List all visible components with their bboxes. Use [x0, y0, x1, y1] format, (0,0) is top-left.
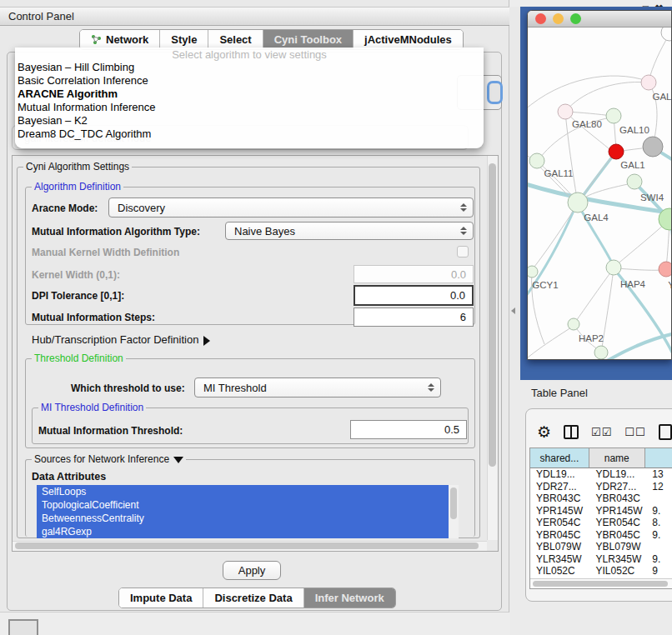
kernel-width-value: 0.0 [451, 268, 466, 281]
bottom-tab-bar: Impute DataDiscretize DataInfer Network [118, 588, 396, 608]
gear-icon[interactable]: ⚙ [537, 424, 551, 440]
network-node-gal[interactable] [641, 75, 656, 90]
minimized-panel-button[interactable] [8, 619, 38, 635]
table-row[interactable]: YBR043CYBR043C [530, 492, 672, 505]
minimize-traffic-light-icon[interactable] [553, 13, 564, 24]
manual-kernel-checkbox[interactable] [457, 246, 469, 258]
bottom-tab-label: Impute Data [130, 592, 192, 604]
tab-label: Cyni Toolbox [274, 33, 342, 46]
mi-steps-input[interactable]: 6 [354, 308, 474, 327]
which-threshold-select[interactable]: MI Threshold [194, 378, 441, 398]
table-row[interactable]: YER054CYER054C8. [530, 517, 672, 529]
network-node-y[interactable] [659, 262, 672, 277]
dpi-tolerance-value: 0.0 [450, 289, 465, 302]
table-body: YDL19...YDL19...13YDR27...YDR27...12YBR0… [530, 468, 672, 578]
settings-vertical-scrollbar-thumb[interactable] [489, 163, 496, 467]
bottom-tab-impute-data[interactable]: Impute Data [119, 588, 203, 608]
tab-label: Select [219, 33, 251, 46]
bottom-tab-discretize-data[interactable]: Discretize Data [203, 588, 303, 608]
table-cell: 9. [646, 553, 672, 566]
inference-algorithm-combo-focus[interactable] [487, 81, 503, 104]
tab-label: jActiveMNodules [364, 33, 452, 46]
attributes-list-scrollbar[interactable] [449, 485, 459, 538]
table-cell: YIL052C [530, 565, 590, 578]
table-cell: YPR145W [530, 505, 590, 518]
table-cell: YDL19... [530, 468, 590, 481]
algorithm-popup-item[interactable]: ARACNE Algorithm [15, 88, 484, 101]
table-row[interactable]: YBL079WYBL079W [530, 541, 672, 553]
table-cell: 8. [646, 517, 672, 529]
table-cell: YBL079W [530, 541, 590, 553]
algorithm-popup-item[interactable]: Basic Correlation Inference [15, 74, 484, 88]
dpi-tolerance-input[interactable]: 0.0 [354, 285, 474, 306]
network-node-gal10[interactable] [606, 108, 621, 123]
network-canvas[interactable]: GALGAL80GAL10GAL1GAL11SWI4GAL4GCY1HAP4YH… [528, 28, 672, 360]
network-node[interactable] [594, 346, 608, 359]
hub-section-toggle[interactable]: Hub/Transcription Factor Definition [32, 333, 210, 346]
network-window-titlebar[interactable] [528, 11, 671, 28]
kernel-width-input[interactable]: 0.0 [354, 265, 474, 283]
sources-group-title[interactable]: Sources for Network Inference [32, 453, 186, 465]
document-icon[interactable] [659, 424, 672, 440]
algorithm-popup-placeholder: Select algorithm to view settings [15, 48, 484, 61]
network-node-hap4[interactable] [606, 260, 621, 275]
network-view-window[interactable]: GALGAL80GAL10GAL1GAL11SWI4GAL4GCY1HAP4YH… [527, 10, 672, 360]
columns-icon[interactable] [564, 425, 579, 439]
network-node-gal4[interactable] [568, 192, 588, 212]
table-horizontal-scrollbar-thumb[interactable] [533, 581, 668, 587]
attribute-list-item[interactable]: TopologicalCoefficient [37, 498, 449, 512]
mi-algorithm-type-select[interactable]: Naive Bayes [225, 222, 474, 240]
node-label: GAL10 [619, 125, 649, 135]
bottom-tab-label: Discretize Data [214, 592, 292, 604]
close-traffic-light-icon[interactable] [535, 13, 546, 24]
table-row[interactable]: YPR145WYPR145W9. [530, 505, 672, 518]
table-row[interactable]: YDR27...YDR27...12 [530, 481, 672, 493]
table-row[interactable]: YLR345WYLR345W9. [530, 553, 672, 566]
table-row[interactable]: YDL19...YDL19...13 [530, 468, 672, 481]
tab-style[interactable]: Style [160, 30, 208, 49]
settings-horizontal-scrollbar-thumb[interactable] [15, 542, 479, 549]
network-node[interactable] [661, 28, 672, 41]
table-row[interactable]: YIL052CYIL052C9 [530, 565, 672, 578]
tab-select[interactable]: Select [208, 30, 263, 49]
table-column-header[interactable]: name [589, 448, 645, 468]
attribute-list-item[interactable]: BetweennessCentrality [37, 512, 449, 525]
network-node-swi4[interactable] [627, 174, 642, 189]
attribute-list-item[interactable]: gal4RGexp [37, 525, 449, 538]
tab-cyni-toolbox[interactable]: Cyni Toolbox [263, 30, 354, 49]
node-label: GAL4 [584, 212, 609, 222]
manual-kernel-label: Manual Kernel Width Definition [32, 247, 179, 258]
table-cell: YBR045C [530, 529, 590, 542]
algorithm-popup-item[interactable]: Mutual Information Inference [15, 101, 484, 114]
table-row[interactable]: YBR045CYBR045C9. [530, 529, 672, 542]
algorithm-definition-title: Algorithm Definition [32, 181, 123, 192]
network-node-gal80[interactable] [558, 104, 573, 119]
deselect-all-checkboxes-icon[interactable]: ☐☐ [624, 426, 645, 438]
network-node-gal1[interactable] [609, 144, 624, 159]
apply-button[interactable]: Apply [223, 561, 281, 580]
table-panel-title: Table Panel [531, 387, 588, 399]
tab-network[interactable]: Network [80, 30, 160, 49]
network-node-gal11[interactable] [529, 153, 544, 168]
mi-threshold-input[interactable]: 0.5 [350, 420, 467, 439]
tab-label: Network [106, 33, 148, 46]
algorithm-popup-item[interactable]: Bayesian – K2 [15, 114, 484, 128]
table-column-header[interactable]: shared... [530, 448, 589, 468]
network-node-gcy1[interactable] [528, 266, 538, 278]
attribute-list-item[interactable]: SelfLoops [37, 485, 449, 498]
aracne-mode-value: Discovery [118, 202, 165, 214]
aracne-mode-label: Aracne Mode: [32, 202, 98, 214]
table-column-header[interactable] [645, 448, 672, 468]
network-node-hap2[interactable] [568, 318, 579, 330]
tab-jactivemnodules[interactable]: jActiveMNodules [354, 30, 463, 49]
zoom-traffic-light-icon[interactable] [570, 13, 581, 24]
select-all-checkboxes-icon[interactable]: ☑☑ [591, 426, 612, 438]
attributes-list-scrollbar-thumb[interactable] [450, 488, 457, 519]
algorithm-popup-item[interactable]: Bayesian – Hill Climbing [15, 61, 484, 74]
aracne-mode-select[interactable]: Discovery [108, 198, 474, 218]
table-cell: YBR045C [590, 529, 647, 542]
bottom-tab-infer-network[interactable]: Infer Network [304, 588, 395, 608]
network-node[interactable] [643, 137, 663, 157]
node-label: GAL [652, 92, 672, 102]
algorithm-popup-item[interactable]: Dream8 DC_TDC Algorithm [15, 128, 484, 141]
